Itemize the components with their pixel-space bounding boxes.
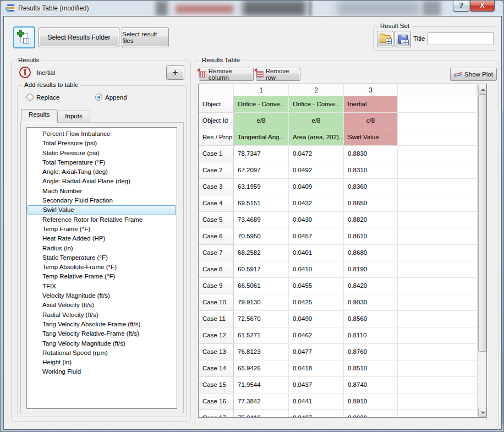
table-cell[interactable]: 67.2097: [234, 162, 289, 179]
list-item[interactable]: Angle: Radial-Axial Plane (deg): [27, 177, 177, 186]
row-header[interactable]: Case 2: [199, 162, 234, 179]
save-result-set-button[interactable]: [395, 31, 411, 47]
row-header[interactable]: Case 12: [199, 327, 234, 344]
table-cell[interactable]: Inertial: [344, 96, 398, 113]
table-cell[interactable]: 61.5271: [234, 327, 289, 344]
table-cell[interactable]: c/8: [344, 113, 398, 129]
table-cell[interactable]: Area (area, 202)...: [289, 129, 344, 146]
table-cell[interactable]: 0.8910: [344, 393, 398, 410]
row-header[interactable]: Case 10: [199, 294, 234, 311]
list-item[interactable]: Tang Velocity Absolute-Frame (ft/s): [27, 320, 177, 329]
row-header[interactable]: Case 14: [199, 360, 234, 377]
results-list[interactable]: Percent Flow ImbalanceTotal Pressure (ps…: [26, 127, 177, 409]
column-header[interactable]: 3: [344, 84, 398, 96]
table-cell[interactable]: 0.8110: [344, 327, 398, 344]
table-cell[interactable]: 0.9030: [344, 294, 398, 311]
table-cell[interactable]: 72.5670: [234, 311, 289, 327]
table-cell[interactable]: 75.0416: [234, 410, 289, 417]
table-cell[interactable]: 0.0410: [289, 261, 344, 278]
list-item[interactable]: Rotational Speed (rpm): [27, 348, 177, 358]
list-item[interactable]: Secondary Fluid Fraction: [27, 196, 177, 205]
list-item[interactable]: TFIX: [27, 282, 177, 291]
table-cell[interactable]: 0.8740: [344, 377, 398, 393]
corner-header-cell[interactable]: [199, 84, 234, 96]
list-item[interactable]: Temp Frame (°F): [27, 225, 177, 234]
table-cell[interactable]: 0.0425: [289, 294, 344, 311]
list-item[interactable]: Angle: Axial-Tang (deg): [27, 167, 177, 177]
remove-column-button[interactable]: Remove column: [199, 68, 254, 81]
list-item[interactable]: Heat Rate Added (HP): [27, 234, 177, 243]
table-cell[interactable]: 0.8360: [344, 179, 398, 195]
table-cell[interactable]: 71.9544: [234, 377, 289, 393]
add-object-button[interactable]: +: [166, 65, 184, 80]
row-header[interactable]: Case 7: [199, 245, 234, 261]
remove-row-button[interactable]: Remove row: [256, 68, 300, 81]
scroll-up-button[interactable]: [478, 85, 486, 94]
table-cell[interactable]: Orifice - Conve...: [234, 96, 289, 113]
table-cell[interactable]: 76.8123: [234, 344, 289, 360]
table-cell[interactable]: 0.0430: [289, 212, 344, 228]
table-cell[interactable]: 65.9426: [234, 360, 289, 377]
table-cell[interactable]: 0.0462: [289, 327, 344, 344]
table-cell[interactable]: 0.0455: [289, 278, 344, 294]
list-item[interactable]: Height (in): [27, 358, 177, 367]
list-item[interactable]: Total Temperature (°F): [27, 158, 177, 167]
table-cell[interactable]: 0.8610: [344, 228, 398, 245]
table-cell[interactable]: 0.0441: [289, 393, 344, 410]
table-cell[interactable]: 0.0418: [289, 360, 344, 377]
list-item[interactable]: Radius (in): [27, 244, 177, 253]
table-cell[interactable]: e/8: [289, 113, 344, 129]
list-item[interactable]: Axial Velocity (ft/s): [27, 300, 177, 310]
table-cell[interactable]: e/8: [234, 113, 289, 129]
scrollbar-thumb[interactable]: [478, 94, 486, 352]
list-item[interactable]: Working Fluid: [27, 367, 177, 376]
row-header[interactable]: Res / Prop: [199, 129, 234, 146]
table-cell[interactable]: 0.0432: [289, 195, 344, 212]
table-cell[interactable]: 0.0437: [289, 377, 344, 393]
list-item[interactable]: Tang Velocity Relative-Frame (ft/s): [27, 329, 177, 338]
row-header[interactable]: Case 3: [199, 179, 234, 195]
table-cell[interactable]: 73.4689: [234, 212, 289, 228]
table-cell[interactable]: 77.3842: [234, 393, 289, 410]
row-header[interactable]: Case 9: [199, 278, 234, 294]
table-cell[interactable]: 78.7347: [234, 146, 289, 162]
column-header[interactable]: 2: [289, 84, 344, 96]
table-cell[interactable]: 0.0409: [289, 179, 344, 195]
row-header[interactable]: Case 11: [199, 311, 234, 327]
row-header[interactable]: Case 1: [199, 146, 234, 162]
row-header[interactable]: Case 17: [199, 410, 234, 417]
table-cell[interactable]: Swirl Value: [344, 129, 398, 146]
table-cell[interactable]: 63.1959: [234, 179, 289, 195]
table-cell[interactable]: 0.8830: [344, 146, 398, 162]
table-cell[interactable]: 0.8760: [344, 344, 398, 360]
list-item[interactable]: Percent Flow Imbalance: [27, 129, 177, 139]
table-cell[interactable]: 0.0477: [289, 344, 344, 360]
close-button[interactable]: X: [470, 1, 495, 12]
table-cell[interactable]: 0.8680: [344, 245, 398, 261]
table-cell[interactable]: 69.5151: [234, 195, 289, 212]
append-radio[interactable]: Append: [95, 94, 127, 101]
table-cell[interactable]: Tangential Ang...: [234, 129, 289, 146]
table-cell[interactable]: 0.8820: [344, 212, 398, 228]
row-header[interactable]: Case 15: [199, 377, 234, 393]
new-results-table-button[interactable]: [13, 26, 35, 48]
table-cell[interactable]: 0.0457: [289, 228, 344, 245]
list-item[interactable]: Total Pressure (psi): [27, 139, 177, 148]
table-cell[interactable]: 0.0407: [289, 410, 344, 417]
table-cell[interactable]: 0.8190: [344, 261, 398, 278]
vertical-scrollbar[interactable]: [477, 84, 486, 417]
list-item[interactable]: Radial Velocity (ft/s): [27, 310, 177, 320]
show-plot-button[interactable]: Show Plot: [450, 68, 497, 81]
table-cell[interactable]: 0.8310: [344, 162, 398, 179]
open-result-set-button[interactable]: [377, 31, 393, 47]
table-cell[interactable]: 0.0492: [289, 162, 344, 179]
list-item[interactable]: Reference Rotor for Relative Frame: [27, 215, 177, 225]
table-cell[interactable]: 0.0401: [289, 245, 344, 261]
table-cell[interactable]: 70.5950: [234, 228, 289, 245]
row-header[interactable]: Object: [199, 96, 234, 113]
list-item[interactable]: Swirl Value: [28, 205, 176, 215]
replace-radio[interactable]: Replace: [26, 94, 59, 101]
table-cell[interactable]: 0.8650: [344, 195, 398, 212]
table-cell[interactable]: 0.0490: [289, 311, 344, 327]
list-item[interactable]: Tang Velocity Magnitude (ft/s): [27, 339, 177, 348]
